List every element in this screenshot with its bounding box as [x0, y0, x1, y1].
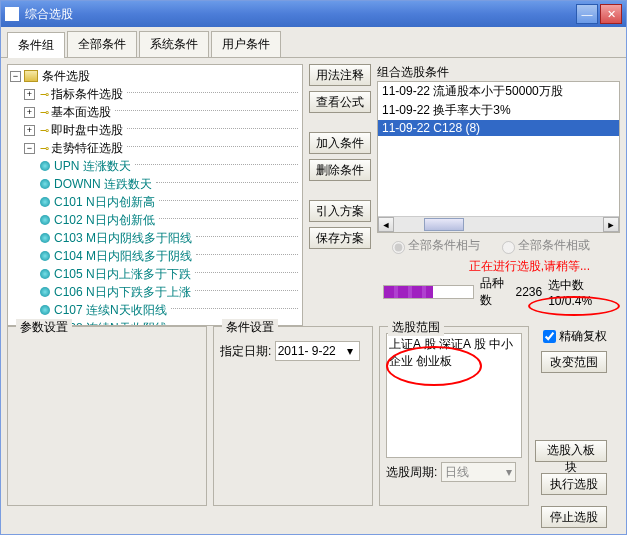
scroll-left-icon[interactable]: ◄ — [378, 217, 394, 232]
combo-item[interactable]: 11-09-22 流通股本小于50000万股 — [378, 82, 619, 101]
params-legend: 参数设置 — [16, 319, 72, 336]
key-icon: ⊸ — [40, 88, 49, 101]
params-fieldset: 参数设置 — [7, 326, 207, 506]
tab-user[interactable]: 用户条件 — [211, 31, 281, 57]
minimize-button[interactable]: — — [576, 4, 598, 24]
leaf-icon — [40, 197, 50, 207]
tree-leaf[interactable]: C103 M日内阴线多于阳线 — [54, 230, 192, 247]
import-scheme-button[interactable]: 引入方案 — [309, 200, 371, 222]
cycle-label: 选股周期: — [386, 465, 437, 479]
tree-leaf[interactable]: C106 N日内下跌多于上涨 — [54, 284, 191, 301]
tree-leaf[interactable]: C107 连续N天收阳线 — [54, 302, 167, 319]
close-button[interactable]: ✕ — [600, 4, 622, 24]
tree-leaf[interactable]: UPN 连涨数天 — [54, 158, 131, 175]
combo-item[interactable]: 11-09-22 换手率大于3% — [378, 101, 619, 120]
tab-group[interactable]: 条件组 — [7, 32, 65, 58]
leaf-icon — [40, 269, 50, 279]
tree-folder[interactable]: 即时盘中选股 — [51, 122, 123, 139]
leaf-icon — [40, 305, 50, 315]
collapse-icon[interactable]: − — [24, 143, 35, 154]
scope-text: 上证A 股 深证A 股 中小企业 创业板 — [386, 333, 522, 458]
radio-and[interactable]: 全部条件相与 — [387, 238, 480, 252]
leaf-icon — [40, 287, 50, 297]
tree-leaf[interactable]: C105 N日内上涨多于下跌 — [54, 266, 191, 283]
combo-item-selected[interactable]: 11-09-22 C128 (8) — [378, 120, 619, 136]
add-condition-button[interactable]: 加入条件 — [309, 132, 371, 154]
scroll-thumb[interactable] — [424, 218, 464, 231]
into-block-button[interactable]: 选股入板块 — [535, 440, 607, 462]
titlebar: 综合选股 — ✕ — [1, 1, 626, 27]
horizontal-scrollbar[interactable]: ◄ ► — [378, 216, 619, 232]
condition-tree[interactable]: −条件选股 +⊸指标条件选股 +⊸基本面选股 +⊸即时盘中选股 −⊸走势特征选股… — [7, 64, 303, 326]
radio-row: 全部条件相与 全部条件相或 — [377, 233, 620, 258]
leaf-icon — [40, 251, 50, 261]
change-scope-button[interactable]: 改变范围 — [541, 351, 607, 373]
scroll-right-icon[interactable]: ► — [603, 217, 619, 232]
tree-leaf[interactable]: C104 M日内阳线多于阴线 — [54, 248, 192, 265]
tree-folder[interactable]: 指标条件选股 — [51, 86, 123, 103]
leaf-icon — [40, 233, 50, 243]
date-value: 2011- 9-22 — [278, 344, 336, 358]
checkbox-label: 精确复权 — [559, 328, 607, 345]
scope-fieldset: 选股范围 上证A 股 深证A 股 中小企业 创业板 选股周期: 日线 ▾ — [379, 326, 529, 506]
leaf-icon — [40, 161, 50, 171]
key-icon: ⊸ — [40, 124, 49, 137]
cond-legend: 条件设置 — [222, 319, 278, 336]
exact-adjust-checkbox[interactable]: 精确复权 — [543, 328, 607, 345]
delete-condition-button[interactable]: 删除条件 — [309, 159, 371, 181]
tab-all[interactable]: 全部条件 — [67, 31, 137, 57]
total-label: 品种数 — [480, 275, 510, 309]
key-icon: ⊸ — [40, 106, 49, 119]
tab-system[interactable]: 系统条件 — [139, 31, 209, 57]
execute-button[interactable]: 执行选股 — [541, 473, 607, 495]
status-message: 正在进行选股,请稍等... — [377, 258, 620, 275]
tree-folder[interactable]: 基本面选股 — [51, 104, 111, 121]
tree-leaf[interactable]: C102 N日内创新低 — [54, 212, 155, 229]
tree-leaf[interactable]: C101 N日内创新高 — [54, 194, 155, 211]
save-scheme-button[interactable]: 保存方案 — [309, 227, 371, 249]
cycle-value: 日线 — [445, 464, 469, 481]
leaf-icon — [40, 215, 50, 225]
cycle-dropdown[interactable]: 日线 ▾ — [441, 462, 516, 482]
leaf-icon — [40, 179, 50, 189]
tree-folder[interactable]: 走势特征选股 — [51, 140, 123, 157]
condition-fieldset: 条件设置 指定日期: 2011- 9-22 ▾ — [213, 326, 373, 506]
window-title: 综合选股 — [25, 6, 574, 23]
selected-value: 10/0.4% — [548, 294, 592, 308]
action-buttons: 用法注释 查看公式 加入条件 删除条件 引入方案 保存方案 — [309, 64, 371, 326]
formula-button[interactable]: 查看公式 — [309, 91, 371, 113]
radio-or[interactable]: 全部条件相或 — [497, 238, 590, 252]
stop-button[interactable]: 停止选股 — [541, 506, 607, 528]
folder-icon — [24, 70, 38, 82]
collapse-icon[interactable]: − — [10, 71, 21, 82]
combo-condition-list[interactable]: 11-09-22 流通股本小于50000万股 11-09-22 换手率大于3% … — [377, 81, 620, 233]
usage-button[interactable]: 用法注释 — [309, 64, 371, 86]
key-icon: ⊸ — [40, 142, 49, 155]
progress-bar — [383, 285, 474, 299]
tree-root[interactable]: 条件选股 — [42, 68, 90, 85]
selected-label: 选中数 — [548, 278, 584, 292]
total-value: 2236 — [515, 285, 542, 299]
date-input[interactable]: 2011- 9-22 ▾ — [275, 341, 360, 361]
expand-icon[interactable]: + — [24, 125, 35, 136]
dropdown-icon[interactable]: ▾ — [506, 465, 512, 479]
dropdown-icon[interactable]: ▾ — [343, 344, 357, 358]
expand-icon[interactable]: + — [24, 107, 35, 118]
scope-legend: 选股范围 — [388, 319, 444, 336]
tree-leaf[interactable]: DOWNN 连跌数天 — [54, 176, 152, 193]
tab-bar: 条件组 全部条件 系统条件 用户条件 — [1, 27, 626, 58]
expand-icon[interactable]: + — [24, 89, 35, 100]
combo-title: 组合选股条件 — [377, 64, 620, 81]
app-icon — [5, 7, 19, 21]
date-label: 指定日期: — [220, 344, 271, 358]
